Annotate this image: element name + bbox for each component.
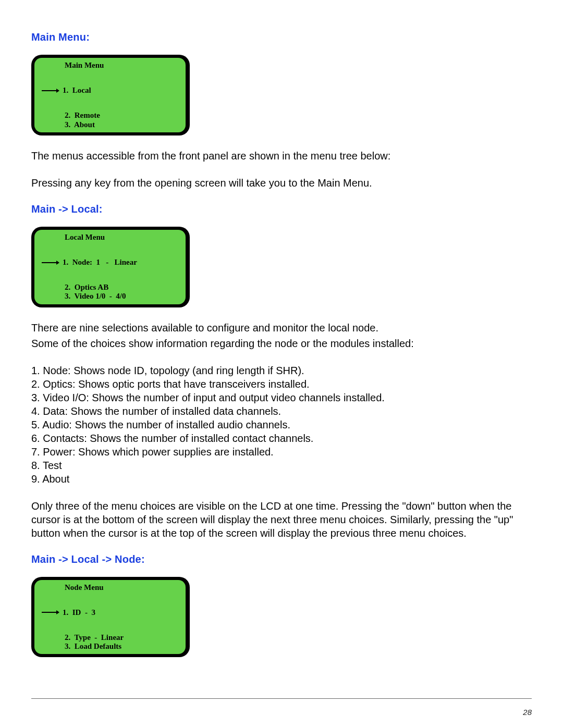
footer-divider bbox=[31, 698, 532, 699]
lcd-title: Main Menu bbox=[65, 61, 180, 70]
lcd-item-label: 1. Node: 1 - Linear bbox=[63, 258, 137, 267]
list-item: 6. Contacts: Shows the number of install… bbox=[31, 431, 532, 445]
list-item: 5. Audio: Shows the number of installed … bbox=[31, 418, 532, 431]
numbered-list: 1. Node: Shows node ID, topology (and ri… bbox=[31, 364, 532, 486]
arrow-right-icon bbox=[40, 592, 63, 633]
arrow-right-icon bbox=[40, 242, 63, 283]
lcd-main-menu: Main Menu 1. Local 2. Remote 3. About bbox=[31, 55, 190, 135]
lcd-local-menu: Local Menu 1. Node: 1 - Linear 2. Optics… bbox=[31, 227, 190, 307]
lcd-item: 2. Remote bbox=[65, 111, 180, 120]
paragraph: Only three of the menu choices are visib… bbox=[31, 499, 532, 540]
lcd-item-label: 1. Local bbox=[63, 86, 91, 95]
svg-marker-3 bbox=[56, 261, 59, 265]
arrow-right-icon bbox=[40, 70, 63, 111]
list-item: 2. Optics: Shows optic ports that have t… bbox=[31, 377, 532, 391]
paragraph: The menus accessible from the front pane… bbox=[31, 149, 532, 163]
svg-marker-5 bbox=[56, 610, 59, 614]
list-item: 3. Video I/O: Shows the number of input … bbox=[31, 391, 532, 404]
list-item: 7. Power: Shows which power supplies are… bbox=[31, 445, 532, 459]
heading-main-menu: Main Menu: bbox=[31, 31, 532, 43]
lcd-item: 3. Video 1/0 - 4/0 bbox=[65, 292, 180, 301]
lcd-item: 3. Load Defaults bbox=[65, 642, 180, 651]
paragraph: Some of the choices show information reg… bbox=[31, 337, 532, 350]
lcd-node-menu-screen: Node Menu 1. ID - 3 2. Type - Linear 3. … bbox=[34, 580, 186, 655]
list-item: 8. Test bbox=[31, 459, 532, 472]
list-item: 9. About bbox=[31, 472, 532, 486]
lcd-item: 2. Optics AB bbox=[65, 283, 180, 292]
lcd-item: 3. About bbox=[65, 120, 180, 129]
lcd-title: Local Menu bbox=[65, 233, 180, 242]
lcd-main-menu-screen: Main Menu 1. Local 2. Remote 3. About bbox=[34, 58, 186, 132]
lcd-item: 2. Type - Linear bbox=[65, 633, 180, 642]
lcd-title: Node Menu bbox=[65, 583, 180, 592]
lcd-local-menu-screen: Local Menu 1. Node: 1 - Linear 2. Optics… bbox=[34, 230, 186, 304]
lcd-item: 1. Node: 1 - Linear bbox=[40, 242, 180, 283]
heading-main-local: Main -> Local: bbox=[31, 203, 532, 215]
heading-main-local-node: Main -> Local -> Node: bbox=[31, 553, 532, 565]
list-item: 1. Node: Shows node ID, topology (and ri… bbox=[31, 364, 532, 377]
list-item: 4. Data: Shows the number of installed d… bbox=[31, 404, 532, 418]
document-page: Main Menu: Main Menu 1. Local 2. Remote … bbox=[0, 0, 563, 728]
svg-marker-1 bbox=[56, 89, 59, 93]
page-number: 28 bbox=[523, 708, 532, 717]
lcd-item-label: 1. ID - 3 bbox=[63, 608, 95, 617]
lcd-item: 1. ID - 3 bbox=[40, 592, 180, 633]
paragraph: Pressing any key from the opening screen… bbox=[31, 176, 532, 190]
paragraph: There are nine selections available to c… bbox=[31, 321, 532, 335]
lcd-item: 1. Local bbox=[40, 70, 180, 111]
lcd-node-menu: Node Menu 1. ID - 3 2. Type - Linear 3. … bbox=[31, 577, 190, 658]
